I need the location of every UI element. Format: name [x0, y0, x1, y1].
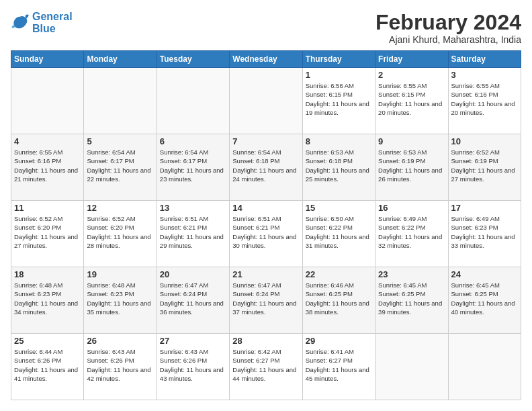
- day-number: 2: [378, 70, 445, 80]
- weekday-header-thursday: Thursday: [302, 51, 375, 68]
- calendar-cell: [84, 68, 157, 134]
- day-info: Sunrise: 6:49 AM Sunset: 6:22 PM Dayligh…: [378, 214, 445, 250]
- weekday-header-wednesday: Wednesday: [230, 51, 302, 68]
- day-number: 5: [87, 136, 153, 146]
- day-number: 23: [378, 269, 445, 279]
- day-info: Sunrise: 6:46 AM Sunset: 6:25 PM Dayligh…: [306, 281, 372, 316]
- calendar-cell: 2Sunrise: 6:55 AM Sunset: 6:15 PM Daylig…: [375, 68, 448, 134]
- day-number: 1: [306, 70, 372, 80]
- day-info: Sunrise: 6:55 AM Sunset: 6:16 PM Dayligh…: [14, 148, 81, 183]
- calendar-cell: 18Sunrise: 6:48 AM Sunset: 6:23 PM Dayli…: [11, 267, 84, 334]
- calendar-week-4: 18Sunrise: 6:48 AM Sunset: 6:23 PM Dayli…: [11, 267, 521, 334]
- day-info: Sunrise: 6:47 AM Sunset: 6:24 PM Dayligh…: [160, 281, 226, 316]
- calendar-week-3: 11Sunrise: 6:52 AM Sunset: 6:20 PM Dayli…: [11, 201, 521, 267]
- page: General Blue February 2024 Ajani Khurd, …: [0, 0, 532, 411]
- calendar-cell: 20Sunrise: 6:47 AM Sunset: 6:24 PM Dayli…: [157, 267, 229, 334]
- day-number: 21: [232, 269, 299, 279]
- calendar-cell: [157, 68, 229, 134]
- calendar-cell: [230, 68, 302, 134]
- calendar-cell: 12Sunrise: 6:52 AM Sunset: 6:20 PM Dayli…: [84, 201, 157, 267]
- day-info: Sunrise: 6:45 AM Sunset: 6:25 PM Dayligh…: [451, 281, 518, 316]
- day-number: 14: [232, 203, 299, 213]
- day-number: 6: [160, 136, 226, 146]
- calendar-cell: 17Sunrise: 6:49 AM Sunset: 6:23 PM Dayli…: [448, 201, 521, 267]
- day-info: Sunrise: 6:51 AM Sunset: 6:21 PM Dayligh…: [232, 214, 299, 250]
- day-info: Sunrise: 6:51 AM Sunset: 6:21 PM Dayligh…: [160, 214, 226, 250]
- day-number: 28: [232, 336, 299, 346]
- calendar-cell: [448, 334, 521, 400]
- calendar-cell: 7Sunrise: 6:54 AM Sunset: 6:18 PM Daylig…: [230, 134, 302, 201]
- weekday-header-saturday: Saturday: [448, 51, 521, 68]
- calendar-cell: [375, 334, 448, 400]
- calendar-cell: 3Sunrise: 6:55 AM Sunset: 6:16 PM Daylig…: [448, 68, 521, 134]
- calendar-cell: 28Sunrise: 6:42 AM Sunset: 6:27 PM Dayli…: [230, 334, 302, 400]
- day-info: Sunrise: 6:53 AM Sunset: 6:18 PM Dayligh…: [306, 148, 372, 183]
- day-info: Sunrise: 6:49 AM Sunset: 6:23 PM Dayligh…: [451, 214, 518, 250]
- day-number: 24: [451, 269, 518, 279]
- calendar-cell: 5Sunrise: 6:54 AM Sunset: 6:17 PM Daylig…: [84, 134, 157, 201]
- day-number: 15: [306, 203, 372, 213]
- calendar-cell: 14Sunrise: 6:51 AM Sunset: 6:21 PM Dayli…: [230, 201, 302, 267]
- calendar-cell: 16Sunrise: 6:49 AM Sunset: 6:22 PM Dayli…: [375, 201, 448, 267]
- day-number: 19: [87, 269, 153, 279]
- calendar-week-1: 1Sunrise: 6:56 AM Sunset: 6:15 PM Daylig…: [11, 68, 521, 134]
- day-info: Sunrise: 6:48 AM Sunset: 6:23 PM Dayligh…: [14, 281, 81, 316]
- logo-icon: [11, 13, 30, 32]
- day-number: 3: [451, 70, 518, 80]
- calendar-cell: 4Sunrise: 6:55 AM Sunset: 6:16 PM Daylig…: [11, 134, 84, 201]
- day-info: Sunrise: 6:50 AM Sunset: 6:22 PM Dayligh…: [306, 214, 372, 250]
- day-number: 12: [87, 203, 153, 213]
- day-number: 18: [14, 269, 81, 279]
- day-number: 29: [306, 336, 372, 346]
- header: General Blue February 2024 Ajani Khurd, …: [11, 11, 521, 45]
- day-info: Sunrise: 6:55 AM Sunset: 6:16 PM Dayligh…: [451, 81, 518, 117]
- day-number: 13: [160, 203, 226, 213]
- day-number: 4: [14, 136, 81, 146]
- title-block: February 2024 Ajani Khurd, Maharashtra, …: [375, 11, 521, 45]
- calendar-cell: 21Sunrise: 6:47 AM Sunset: 6:24 PM Dayli…: [230, 267, 302, 334]
- day-number: 20: [160, 269, 226, 279]
- calendar-cell: 27Sunrise: 6:43 AM Sunset: 6:26 PM Dayli…: [157, 334, 229, 400]
- calendar-cell: 1Sunrise: 6:56 AM Sunset: 6:15 PM Daylig…: [302, 68, 375, 134]
- calendar-table: SundayMondayTuesdayWednesdayThursdayFrid…: [11, 50, 521, 400]
- weekday-header-monday: Monday: [84, 51, 157, 68]
- calendar-cell: 10Sunrise: 6:52 AM Sunset: 6:19 PM Dayli…: [448, 134, 521, 201]
- day-info: Sunrise: 6:45 AM Sunset: 6:25 PM Dayligh…: [378, 281, 445, 316]
- day-number: 26: [87, 336, 153, 346]
- day-info: Sunrise: 6:54 AM Sunset: 6:17 PM Dayligh…: [160, 148, 226, 183]
- day-info: Sunrise: 6:52 AM Sunset: 6:20 PM Dayligh…: [87, 214, 153, 250]
- calendar-cell: 9Sunrise: 6:53 AM Sunset: 6:19 PM Daylig…: [375, 134, 448, 201]
- day-info: Sunrise: 6:52 AM Sunset: 6:20 PM Dayligh…: [14, 214, 81, 250]
- day-info: Sunrise: 6:53 AM Sunset: 6:19 PM Dayligh…: [378, 148, 445, 183]
- day-info: Sunrise: 6:54 AM Sunset: 6:18 PM Dayligh…: [232, 148, 299, 183]
- day-info: Sunrise: 6:43 AM Sunset: 6:26 PM Dayligh…: [87, 347, 153, 383]
- calendar-title: February 2024: [375, 11, 521, 34]
- calendar-cell: 6Sunrise: 6:54 AM Sunset: 6:17 PM Daylig…: [157, 134, 229, 201]
- calendar-week-2: 4Sunrise: 6:55 AM Sunset: 6:16 PM Daylig…: [11, 134, 521, 201]
- day-info: Sunrise: 6:54 AM Sunset: 6:17 PM Dayligh…: [87, 148, 153, 183]
- calendar-cell: 24Sunrise: 6:45 AM Sunset: 6:25 PM Dayli…: [448, 267, 521, 334]
- day-info: Sunrise: 6:52 AM Sunset: 6:19 PM Dayligh…: [451, 148, 518, 183]
- day-number: 7: [232, 136, 299, 146]
- weekday-header-sunday: Sunday: [11, 51, 84, 68]
- day-info: Sunrise: 6:56 AM Sunset: 6:15 PM Dayligh…: [306, 81, 372, 117]
- day-info: Sunrise: 6:47 AM Sunset: 6:24 PM Dayligh…: [232, 281, 299, 316]
- calendar-cell: 25Sunrise: 6:44 AM Sunset: 6:26 PM Dayli…: [11, 334, 84, 400]
- day-info: Sunrise: 6:55 AM Sunset: 6:15 PM Dayligh…: [378, 81, 445, 117]
- calendar-cell: 22Sunrise: 6:46 AM Sunset: 6:25 PM Dayli…: [302, 267, 375, 334]
- day-number: 9: [378, 136, 445, 146]
- calendar-subtitle: Ajani Khurd, Maharashtra, India: [375, 34, 521, 45]
- calendar-cell: 8Sunrise: 6:53 AM Sunset: 6:18 PM Daylig…: [302, 134, 375, 201]
- calendar-week-5: 25Sunrise: 6:44 AM Sunset: 6:26 PM Dayli…: [11, 334, 521, 400]
- day-number: 16: [378, 203, 445, 213]
- calendar-cell: 23Sunrise: 6:45 AM Sunset: 6:25 PM Dayli…: [375, 267, 448, 334]
- calendar-cell: 11Sunrise: 6:52 AM Sunset: 6:20 PM Dayli…: [11, 201, 84, 267]
- calendar-cell: 26Sunrise: 6:43 AM Sunset: 6:26 PM Dayli…: [84, 334, 157, 400]
- calendar-cell: 29Sunrise: 6:41 AM Sunset: 6:27 PM Dayli…: [302, 334, 375, 400]
- logo-text: General Blue: [32, 11, 73, 34]
- logo: General Blue: [11, 11, 73, 34]
- weekday-header-friday: Friday: [375, 51, 448, 68]
- day-info: Sunrise: 6:48 AM Sunset: 6:23 PM Dayligh…: [87, 281, 153, 316]
- calendar-cell: 15Sunrise: 6:50 AM Sunset: 6:22 PM Dayli…: [302, 201, 375, 267]
- day-info: Sunrise: 6:43 AM Sunset: 6:26 PM Dayligh…: [160, 347, 226, 383]
